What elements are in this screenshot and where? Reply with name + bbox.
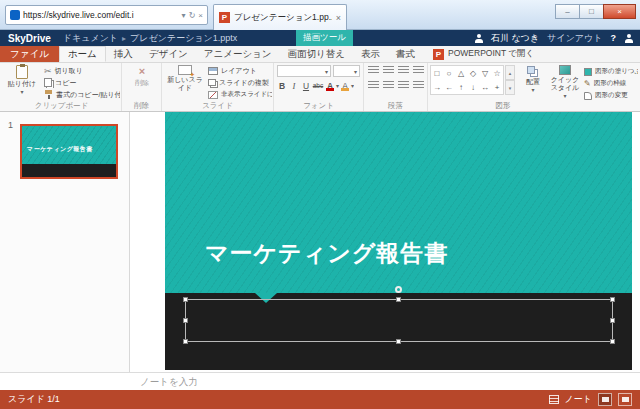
shape-outline-button[interactable]: ✎ 図形の枠線	[584, 78, 638, 89]
selection-handle[interactable]	[610, 318, 615, 323]
tab-transitions[interactable]: 画面切り替え	[280, 46, 353, 62]
shape-arrow-right-button[interactable]: →	[431, 80, 443, 94]
font-size-select[interactable]: ▾	[333, 65, 360, 77]
justify-icon	[413, 81, 424, 90]
open-in-powerpoint-button[interactable]: P POWERPOINT で開く	[433, 46, 534, 62]
selection-handle[interactable]	[610, 339, 615, 344]
bullets-button[interactable]	[366, 65, 381, 76]
tab-format[interactable]: 書式	[388, 46, 423, 62]
minimize-button[interactable]: –	[555, 4, 580, 19]
notes-toggle[interactable]: ノート	[565, 393, 592, 406]
shape-fill-icon	[584, 68, 592, 76]
font-name-select[interactable]: ▾	[277, 65, 331, 77]
browser-tab[interactable]: P プレゼンテーション1.pp... ×	[213, 4, 347, 30]
slide-canvas[interactable]: マーケティング報告書	[165, 112, 632, 370]
gallery-scroll-down-icon[interactable]: ▾	[505, 80, 515, 95]
layout-icon	[208, 67, 218, 75]
skydrive-brand[interactable]: SkyDrive	[8, 33, 51, 44]
format-painter-button[interactable]: 書式のコピー/貼り付け	[44, 89, 120, 100]
shape-arrow-left-button[interactable]: ←	[443, 80, 455, 94]
selection-handle[interactable]	[396, 339, 401, 344]
layout-button[interactable]: レイアウト	[208, 65, 272, 76]
ribbon: 貼り付け ▾ ✂ 切り取り コピー 書式のコピー/貼り付け クリップボード × …	[0, 63, 640, 112]
align-right-button[interactable]	[396, 80, 411, 91]
increase-indent-button[interactable]	[411, 65, 426, 76]
hide-slide-button[interactable]: 非表示スライドに設定	[208, 89, 272, 100]
underline-button[interactable]: U	[300, 80, 312, 91]
tab-home[interactable]: ホーム	[59, 46, 106, 62]
selection-handle[interactable]	[183, 339, 188, 344]
help-icon[interactable]: ?	[611, 33, 617, 43]
shape-diamond-button[interactable]: ◇	[467, 66, 479, 80]
numbering-button[interactable]	[381, 65, 396, 76]
gallery-scroll-up-icon[interactable]: ▴	[505, 65, 515, 80]
shape-star-button[interactable]: ☆	[491, 66, 503, 80]
shape-outline-icon: ✎	[584, 79, 591, 88]
normal-view-icon	[602, 397, 609, 402]
slideshow-view-button[interactable]	[618, 393, 632, 406]
selection-handle[interactable]	[183, 297, 188, 302]
align-center-button[interactable]	[381, 80, 396, 91]
signout-link[interactable]: サインアウト	[547, 32, 602, 45]
refresh-icon[interactable]: ↻	[189, 11, 196, 20]
slides-group: 新しいスライド レイアウト スライドの複製 非表示スライドに設定 スライド	[162, 63, 274, 111]
tab-insert[interactable]: 挿入	[106, 46, 141, 62]
copy-button[interactable]: コピー	[44, 77, 120, 88]
paste-button[interactable]: 貼り付け ▾	[4, 65, 40, 96]
selection-handle[interactable]	[396, 297, 401, 302]
shape-rectangle-button[interactable]: □	[431, 66, 443, 80]
bold-button[interactable]: B	[276, 80, 288, 91]
profile-icon[interactable]	[624, 34, 633, 43]
tab-design[interactable]: デザイン	[141, 46, 196, 62]
align-left-button[interactable]	[366, 80, 381, 91]
stop-icon[interactable]: ×	[198, 11, 203, 20]
new-slide-icon	[178, 65, 192, 75]
site-favicon	[10, 10, 20, 20]
shape-triangle-button[interactable]: △	[455, 66, 467, 80]
paste-dropdown-icon: ▾	[20, 89, 23, 96]
new-slide-button[interactable]: 新しいスライド	[164, 65, 206, 92]
arrange-button[interactable]: 配置 ▾	[520, 65, 546, 94]
duplicate-slide-label: スライドの複製	[219, 78, 269, 88]
breadcrumb-parent[interactable]: ドキュメント	[63, 32, 118, 45]
tab-close-icon[interactable]: ×	[336, 13, 341, 23]
close-button[interactable]: ×	[603, 4, 636, 19]
address-dropdown-icon[interactable]: ▾	[182, 11, 186, 20]
shape-arrow-both-button[interactable]: ↔	[479, 80, 491, 94]
selection-handle[interactable]	[610, 297, 615, 302]
editing-canvas: マーケティング報告書	[130, 112, 640, 372]
shape-arrow-up-button[interactable]: ↑	[455, 80, 467, 94]
italic-button[interactable]: I	[288, 80, 300, 91]
selection-handle[interactable]	[183, 318, 188, 323]
rotation-handle[interactable]	[395, 286, 402, 293]
duplicate-slide-button[interactable]: スライドの複製	[208, 77, 272, 88]
increase-indent-icon	[413, 66, 424, 75]
tab-view[interactable]: 表示	[353, 46, 388, 62]
normal-view-button[interactable]	[598, 393, 612, 406]
delete-icon: ×	[139, 65, 145, 78]
shape-plus-button[interactable]: +	[491, 80, 503, 94]
change-shape-button[interactable]: 図形の変更	[584, 90, 638, 101]
slide-title[interactable]: マーケティング報告書	[205, 238, 448, 269]
shape-fill-button[interactable]: 図形の塗りつぶし	[584, 66, 638, 77]
cut-button[interactable]: ✂ 切り取り	[44, 65, 120, 76]
address-bar[interactable]: https://skydrive.live.com/edit.i ▾ ↻ ×	[5, 5, 208, 25]
delete-button[interactable]: × 削除	[124, 65, 160, 87]
shape-triangle-down-button[interactable]: ▽	[479, 66, 491, 80]
maximize-button[interactable]: □	[579, 4, 604, 19]
strikethrough-button[interactable]: abc	[312, 80, 324, 91]
slide-thumbnail[interactable]: マーケティング報告書	[20, 124, 118, 179]
user-name[interactable]: 石川 なつき	[491, 32, 539, 45]
quick-styles-button[interactable]: クイックスタイル ▾	[548, 65, 582, 100]
decrease-indent-button[interactable]	[396, 65, 411, 76]
tab-file[interactable]: ファイル	[0, 46, 59, 62]
highlight-dropdown-icon[interactable]: ▾	[351, 82, 354, 89]
font-color-button[interactable]: A	[324, 80, 336, 91]
subtitle-placeholder[interactable]	[185, 299, 613, 342]
shape-circle-button[interactable]: ○	[443, 66, 455, 80]
notes-input[interactable]: ノートを入力	[0, 372, 640, 390]
tab-animations[interactable]: アニメーション	[196, 46, 280, 62]
justify-button[interactable]	[411, 80, 426, 91]
highlight-color-button[interactable]: A	[339, 80, 351, 91]
shape-arrow-down-button[interactable]: ↓	[467, 80, 479, 94]
